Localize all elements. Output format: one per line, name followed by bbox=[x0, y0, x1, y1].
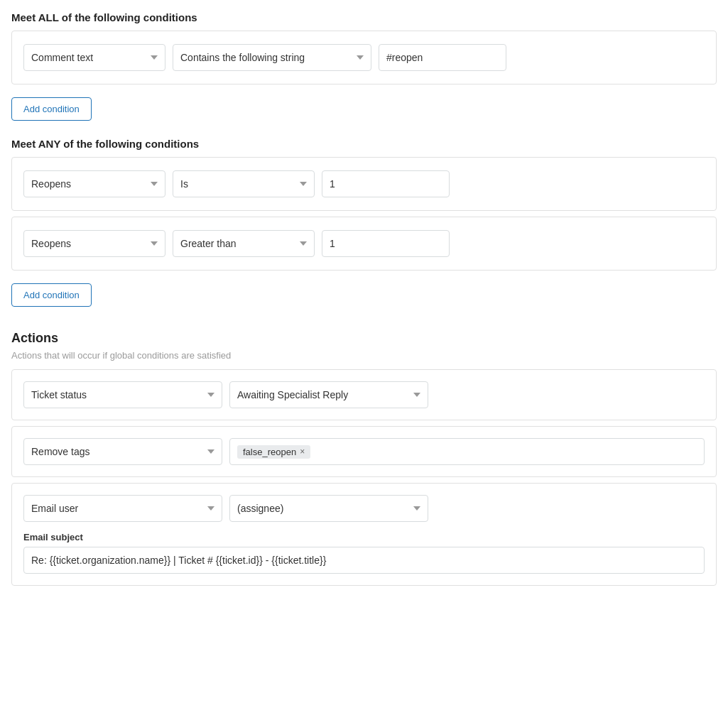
action-field-select-1[interactable]: Ticket status Remove tags Email user bbox=[23, 381, 222, 408]
email-subject-input[interactable] bbox=[23, 547, 705, 574]
meet-any-section: Meet ANY of the following conditions Reo… bbox=[11, 138, 717, 324]
meet-all-add-condition-button[interactable]: Add condition bbox=[11, 97, 92, 121]
email-subject-container: Email subject bbox=[23, 532, 705, 574]
meet-all-field-select-1[interactable]: Comment text Reopens Ticket status bbox=[23, 44, 165, 71]
meet-any-field-select-2[interactable]: Reopens Comment text Ticket status bbox=[23, 230, 165, 257]
action-row-ticket-status: Ticket status Remove tags Email user Awa… bbox=[11, 369, 717, 420]
meet-all-title: Meet ALL of the following conditions bbox=[11, 11, 717, 23]
action-row-remove-tags: Remove tags Ticket status Email user fal… bbox=[11, 426, 717, 477]
action-value-select-1[interactable]: Awaiting Specialist Reply Open Pending S… bbox=[229, 381, 428, 408]
actions-section: Actions Actions that will occur if globa… bbox=[11, 331, 717, 586]
action-field-select-2[interactable]: Remove tags Ticket status Email user bbox=[23, 438, 222, 465]
meet-all-operator-select-1[interactable]: Contains the following string Does not c… bbox=[173, 44, 371, 71]
tag-label: false_reopen bbox=[243, 447, 296, 457]
action-row-email-user: Email user Ticket status Remove tags (as… bbox=[11, 483, 717, 586]
action-value-select-3[interactable]: (assignee) (requester) (agent) bbox=[229, 495, 428, 522]
tag-input-wrapper: false_reopen × bbox=[229, 438, 705, 465]
action-email-top-row: Email user Ticket status Remove tags (as… bbox=[23, 495, 705, 522]
meet-any-operator-select-1[interactable]: Is Greater than Less than bbox=[173, 170, 315, 197]
meet-any-operator-select-2[interactable]: Greater than Is Less than bbox=[173, 230, 315, 257]
meet-any-value-input-2[interactable] bbox=[322, 230, 450, 257]
meet-any-value-input-1[interactable] bbox=[322, 170, 450, 197]
email-subject-label: Email subject bbox=[23, 532, 705, 542]
meet-all-condition-1: Comment text Reopens Ticket status Conta… bbox=[11, 31, 717, 84]
actions-subtitle: Actions that will occur if global condit… bbox=[11, 350, 717, 361]
meet-all-section: Meet ALL of the following conditions Com… bbox=[11, 11, 717, 138]
meet-any-condition-2: Reopens Comment text Ticket status Great… bbox=[11, 217, 717, 271]
actions-title: Actions bbox=[11, 331, 717, 346]
tag-false-reopen: false_reopen × bbox=[237, 445, 310, 459]
action-field-select-3[interactable]: Email user Ticket status Remove tags bbox=[23, 495, 222, 522]
meet-any-add-condition-button[interactable]: Add condition bbox=[11, 283, 92, 307]
meet-any-condition-1: Reopens Comment text Ticket status Is Gr… bbox=[11, 157, 717, 211]
meet-any-field-select-1[interactable]: Reopens Comment text Ticket status bbox=[23, 170, 165, 197]
meet-any-title: Meet ANY of the following conditions bbox=[11, 138, 717, 150]
meet-all-value-input-1[interactable] bbox=[379, 44, 506, 71]
tag-remove-icon[interactable]: × bbox=[300, 447, 305, 456]
